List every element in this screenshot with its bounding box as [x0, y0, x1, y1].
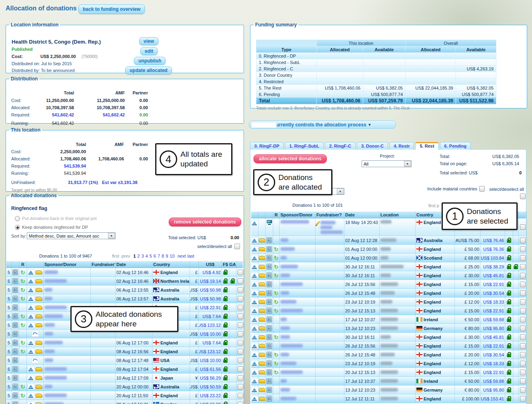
- row-checkbox[interactable]: [520, 264, 526, 270]
- allocate-selected-donations-button[interactable]: allocate selected donations: [254, 154, 327, 163]
- usd-amount-link[interactable]: US$ 123.12: [199, 321, 222, 329]
- sponsor-link[interactable]: [280, 271, 316, 280]
- sponsor-link[interactable]: [280, 324, 316, 332]
- radio-keep-ringfenced[interactable]: [15, 225, 20, 230]
- select-all-checkbox[interactable]: [234, 244, 240, 249]
- sort-select[interactable]: Method desc, Date asc, Amount asc ▼: [27, 232, 116, 239]
- usd-amount-link[interactable]: US$ 60.80: [199, 400, 222, 404]
- usd-amount-link[interactable]: US$ 76.46: [480, 236, 505, 244]
- sponsor-link[interactable]: [44, 374, 91, 382]
- pagination-page[interactable]: 8: [162, 254, 164, 258]
- usd-amount-link[interactable]: US$ 45.81: [480, 333, 505, 341]
- pagination-next[interactable]: next: [178, 254, 186, 258]
- sponsor-link[interactable]: [44, 268, 91, 276]
- pagination-page[interactable]: 3: [141, 254, 144, 258]
- back-button[interactable]: back to funding overview: [78, 4, 145, 14]
- row-checkbox[interactable]: [520, 282, 526, 287]
- sponsor-link[interactable]: [44, 277, 91, 285]
- usd-amount-link[interactable]: US$ 7.64: [199, 338, 222, 347]
- usd-amount-link[interactable]: US$ 18.33: [480, 359, 505, 368]
- row-checkbox[interactable]: [238, 384, 243, 390]
- row-checkbox[interactable]: [520, 326, 526, 331]
- radio-original-pot[interactable]: [15, 216, 20, 221]
- sponsor-link[interactable]: [280, 342, 316, 350]
- row-checkbox[interactable]: [520, 334, 526, 340]
- tab-3-donor-c[interactable]: 3. Donor-C: [357, 142, 388, 150]
- row-checkbox[interactable]: [520, 361, 526, 366]
- sponsor-link[interactable]: [44, 382, 91, 391]
- unpublish-button[interactable]: unpublish: [134, 57, 166, 65]
- usd-amount-link[interactable]: US$ 76.36: [480, 245, 505, 253]
- row-checkbox[interactable]: [520, 387, 526, 393]
- usd-amount-link[interactable]: US$ 19.14: [199, 277, 222, 285]
- pagination-page[interactable]: 5: [150, 254, 152, 258]
- row-checkbox[interactable]: [238, 278, 243, 284]
- usd-amount-link[interactable]: US$ 22.91: [480, 368, 505, 376]
- sponsor-link[interactable]: [280, 280, 316, 288]
- usd-amount-link[interactable]: US$ 10.00: [199, 356, 222, 364]
- usd-amount-link[interactable]: US$ 18.33: [480, 298, 505, 306]
- sponsor-link[interactable]: [280, 289, 316, 297]
- sponsor-link[interactable]: [280, 359, 316, 368]
- tab-0-ringf-dp[interactable]: 0. RingF-DP: [250, 142, 284, 150]
- project-select[interactable]: All ▼: [362, 160, 412, 167]
- view-button[interactable]: view: [139, 37, 158, 45]
- row-checkbox[interactable]: [520, 290, 526, 296]
- row-checkbox[interactable]: [238, 340, 243, 346]
- sponsor-link[interactable]: [280, 306, 316, 315]
- row-checkbox[interactable]: [520, 299, 526, 305]
- sponsor-link[interactable]: [280, 298, 316, 306]
- usd-amount-link[interactable]: US$ 38.29: [480, 262, 505, 271]
- usd-amount-link[interactable]: US$ 30.54: [480, 289, 505, 297]
- pagination-last[interactable]: last: [187, 254, 194, 258]
- remove-selected-donations-button[interactable]: remove selected donations: [169, 218, 241, 226]
- usd-amount-link[interactable]: US$ 61.56: [199, 365, 222, 373]
- sponsor-link[interactable]: [280, 368, 316, 376]
- allocation-process-control-bar[interactable]: currently controls the allocation proces…: [249, 120, 396, 129]
- row-checkbox[interactable]: [238, 331, 243, 337]
- row-checkbox[interactable]: [520, 238, 526, 243]
- row-checkbox[interactable]: [520, 317, 526, 322]
- row-checkbox[interactable]: [238, 322, 243, 328]
- select-all-checkbox[interactable]: [520, 194, 526, 199]
- usd-amount-link[interactable]: US$ 22.91: [480, 280, 505, 288]
- usd-amount-link[interactable]: US$ 103.84: [480, 254, 505, 262]
- usd-amount-link[interactable]: US$ 123.12: [199, 347, 222, 356]
- sponsor-link[interactable]: [280, 377, 316, 385]
- usd-amount-link[interactable]: US$ 59.88: [480, 315, 505, 324]
- tab-2-ringf-c[interactable]: 2. RingF-C: [325, 142, 356, 150]
- row-checkbox[interactable]: [238, 270, 243, 275]
- pagination-page[interactable]: 7: [158, 254, 160, 258]
- usd-amount-link[interactable]: US$ 50.98: [199, 294, 222, 303]
- pagination-page[interactable]: 2: [137, 254, 140, 258]
- row-checkbox[interactable]: [520, 396, 526, 402]
- sponsor-link[interactable]: [280, 254, 316, 262]
- row-checkbox[interactable]: [520, 246, 526, 252]
- sponsor-link[interactable]: [44, 286, 91, 294]
- usd-amount-link[interactable]: US$ 22.91: [480, 306, 505, 315]
- update-allocated-button[interactable]: update allocated: [125, 66, 172, 74]
- tab-4-restr[interactable]: 4. Restr: [389, 142, 414, 150]
- sponsor-link[interactable]: [44, 400, 91, 404]
- edit-button[interactable]: edit: [140, 47, 158, 55]
- usd-amount-link[interactable]: US$ 10.00: [199, 330, 222, 338]
- usd-amount-link[interactable]: US$ 50.98: [199, 286, 222, 294]
- row-checkbox[interactable]: [238, 296, 243, 302]
- row-checkbox[interactable]: [520, 273, 526, 278]
- row-checkbox[interactable]: [238, 305, 243, 310]
- usd-amount-link[interactable]: US$ 30.54: [480, 350, 505, 359]
- include-malarial-checkbox[interactable]: [479, 186, 485, 192]
- pagination-first[interactable]: first: [112, 254, 119, 258]
- row-checkbox[interactable]: [520, 308, 526, 314]
- pagination-page[interactable]: 4: [146, 254, 148, 258]
- pagination-page[interactable]: 10: [170, 254, 174, 258]
- row-checkbox[interactable]: [520, 224, 526, 230]
- sponsor-link[interactable]: [280, 333, 316, 341]
- usd-amount-link[interactable]: US$ 153.41: [480, 394, 505, 403]
- sponsor-link[interactable]: [44, 356, 91, 364]
- row-checkbox[interactable]: [238, 358, 243, 363]
- sponsor-link[interactable]: [44, 391, 91, 400]
- usd-amount-link[interactable]: US$ 45.81: [480, 271, 505, 280]
- row-checkbox[interactable]: [238, 314, 243, 319]
- usd-amount-link[interactable]: US$ 95.80: [480, 386, 505, 394]
